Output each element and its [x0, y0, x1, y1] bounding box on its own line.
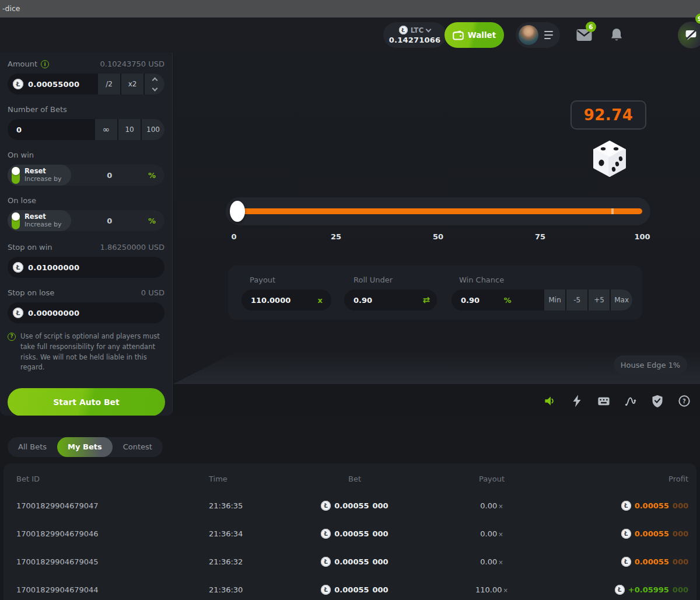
tab-my-bets[interactable]: My Bets [57, 437, 113, 457]
game-toolbar: ? [544, 395, 690, 407]
percent-label: % [148, 171, 156, 180]
tab-contest[interactable]: Contest [113, 437, 163, 457]
stop-on-lose-usd: 0 USD [141, 288, 164, 297]
roll-under-field[interactable]: 0.90 ⇄ [344, 289, 437, 311]
stop-on-win-label-row: Stop on win 1.86250000 USD [8, 243, 164, 252]
win-chance-max-button[interactable]: Max [610, 289, 632, 311]
bell-icon [610, 28, 623, 43]
on-win-label: On win [8, 151, 34, 159]
payout-label: Payout [250, 275, 275, 284]
slider-tick-label: 75 [535, 232, 545, 241]
amount-usd: 0.10243750 USD [100, 60, 164, 68]
ten-bets-button[interactable]: 10 [117, 119, 141, 140]
on-lose-label-row: On lose [8, 196, 164, 205]
stop-on-win-input-group: Ł 0.01000000 [8, 257, 164, 278]
start-auto-bet-button[interactable]: Start Auto Bet [8, 388, 165, 416]
on-win-value[interactable]: 0 [71, 171, 148, 180]
half-bet-button[interactable]: /2 [97, 74, 120, 95]
win-chance-plus5-button[interactable]: +5 [587, 289, 610, 311]
increase-by-label: Increase by [24, 221, 62, 229]
swap-over-under-icon[interactable]: ⇄ [422, 295, 430, 305]
win-chance-field[interactable]: 0.90 % Min-5+5Max [452, 289, 632, 311]
bet-time: 21:36:34 [209, 529, 296, 538]
percent-label: % [148, 217, 156, 225]
slider-tick-label: 0 [231, 232, 236, 241]
live-stats-button[interactable] [625, 395, 636, 407]
help-button[interactable]: ? [678, 395, 690, 407]
reset-label: Reset [24, 212, 62, 221]
bet-row[interactable]: 17001829904679044 21:36:30 Ł0.00055000 1… [4, 575, 696, 600]
number-of-bets-label-row: Number of Bets [8, 105, 164, 114]
hundred-bets-button[interactable]: 100 [141, 119, 164, 140]
on-lose-mode-toggle[interactable]: Reset Increase by [8, 210, 71, 231]
win-chance-quick-buttons: Min-5+5Max [543, 289, 632, 311]
col-payout: Payout [413, 475, 570, 483]
mail-button[interactable]: 6 [576, 29, 592, 41]
bet-row[interactable]: 17001829904679045 21:36:32 Ł0.00055000 0… [4, 547, 696, 575]
payout-value: 110.0000 [251, 296, 290, 305]
svg-text:?: ? [682, 398, 686, 404]
table-header: Bet ID Time Bet Payout Profit [4, 466, 696, 491]
win-chance-minus5-button[interactable]: -5 [565, 289, 587, 311]
ltc-coin-icon: Ł [321, 585, 331, 595]
bet-parameters-panel: Payout 110.0000 x Roll Under 0.90 ⇄ Win … [228, 266, 642, 320]
tab-all-bets[interactable]: All Bets [8, 437, 57, 457]
slider-scale: 0255075100 [234, 232, 642, 242]
bet-payout-cell: 0.00× [413, 529, 570, 538]
step-up-button[interactable] [145, 74, 164, 84]
window-title: -dice [2, 4, 20, 13]
wallet-button[interactable]: Wallet [444, 22, 504, 48]
multiplier-x-label: x [318, 296, 323, 305]
ltc-coin-icon: Ł [13, 308, 23, 318]
on-win-mode-toggle[interactable]: Reset Increase by [8, 165, 71, 186]
last-roll-marker [611, 208, 614, 214]
chat-badge: 99 [695, 13, 700, 24]
payout-field[interactable]: 110.0000 x [242, 289, 331, 311]
win-chance-min-button[interactable]: Min [543, 289, 565, 311]
infinity-bets-button[interactable]: ∞ [94, 119, 117, 140]
bet-amount-cell: Ł0.00055000 [296, 585, 413, 595]
toggle-icon [12, 167, 20, 184]
bet-id: 17001829904679046 [16, 529, 209, 538]
ltc-coin-icon: Ł [621, 529, 631, 539]
slider-track[interactable] [234, 208, 642, 214]
increase-by-label: Increase by [24, 175, 62, 183]
amount-input[interactable]: 0.00055000 [28, 80, 79, 89]
amount-label: Amount [8, 60, 37, 68]
bet-time: 21:36:32 [209, 557, 296, 566]
bet-row[interactable]: 17001829904679046 21:36:34 Ł0.00055000 0… [4, 519, 696, 547]
percent-unit-label: % [504, 296, 512, 305]
lightning-icon [572, 395, 582, 407]
avatar [519, 25, 538, 45]
menu-icon [544, 31, 553, 40]
ltc-coin-icon: Ł [321, 557, 331, 567]
double-bet-button[interactable]: x2 [120, 74, 144, 95]
stop-on-lose-input[interactable]: 0.00000000 [28, 309, 79, 318]
amount-input-group: Ł 0.00055000 /2 x2 [8, 74, 164, 95]
user-menu[interactable] [516, 22, 560, 48]
fairness-button[interactable] [652, 395, 663, 407]
info-icon[interactable]: i [41, 60, 49, 68]
currency-selector[interactable]: Ł LTC 0.14271066 [383, 22, 446, 48]
col-profit: Profit [570, 475, 688, 483]
bet-payout-cell: 110.00× [413, 585, 570, 594]
number-of-bets-input[interactable]: 0 [16, 125, 22, 134]
chat-button[interactable]: 99 [678, 22, 700, 48]
stop-on-win-input[interactable]: 0.01000000 [28, 263, 79, 272]
amount-stepper [144, 74, 164, 95]
step-down-button[interactable] [145, 84, 164, 95]
notifications-button[interactable] [610, 28, 623, 43]
sound-button[interactable] [544, 395, 556, 407]
speaker-icon [544, 396, 556, 406]
turbo-button[interactable] [571, 395, 583, 407]
bet-profit-cell: Ł0.00055000 [570, 557, 688, 567]
bet-id: 17001829904679045 [16, 557, 209, 566]
hotkeys-button[interactable] [598, 395, 610, 407]
bet-profit-cell: Ł0.00055000 [570, 501, 688, 511]
roll-under-value: 0.90 [354, 296, 372, 305]
slider-handle[interactable] [230, 201, 245, 222]
bet-row[interactable]: 17001829904679047 21:36:35 Ł0.00055000 0… [4, 491, 696, 519]
on-lose-value[interactable]: 0 [71, 217, 148, 225]
bet-controls-panel: Amount i 0.10243750 USD Ł 0.00055000 /2 … [0, 53, 173, 416]
dice-icon [593, 141, 626, 177]
